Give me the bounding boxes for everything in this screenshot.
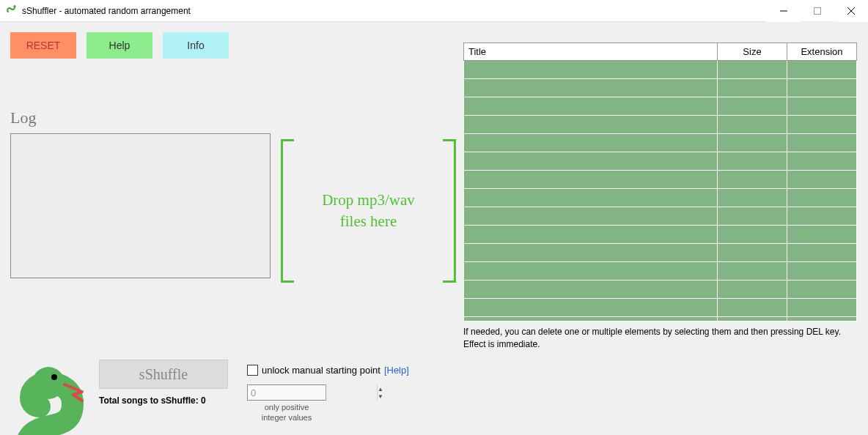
table-header-title[interactable]: Title: [464, 43, 718, 61]
songs-table[interactable]: Title Size Extension: [463, 42, 857, 321]
dropzone-text-line2: files here: [340, 212, 397, 230]
window-title: sShuffler - automated random arrangement: [22, 6, 191, 16]
table-row[interactable]: [464, 61, 857, 79]
table-row[interactable]: [464, 189, 857, 207]
starting-point-help-link[interactable]: [Help]: [384, 365, 409, 376]
stepper-hint: only positive integer values: [247, 402, 326, 423]
table-note: If needed, you can delete one or multipl…: [463, 326, 857, 351]
table-row[interactable]: [464, 280, 857, 299]
table-row[interactable]: [464, 262, 857, 280]
log-output: [10, 133, 271, 278]
total-songs-label: Total songs to sShuffle: 0: [99, 395, 206, 406]
starting-point-stepper[interactable]: ▲ ▼: [247, 384, 326, 401]
window-minimize-button[interactable]: [767, 0, 801, 22]
reset-button[interactable]: RESET: [10, 32, 76, 59]
starting-point-input[interactable]: [248, 385, 377, 400]
svg-point-0: [13, 5, 15, 7]
help-button[interactable]: Help: [87, 32, 152, 59]
dropzone-text: Drop mp3/wav files here: [322, 190, 415, 233]
unlock-starting-point-checkbox[interactable]: [247, 365, 258, 376]
log-label: Log: [10, 108, 457, 127]
table-row[interactable]: [464, 317, 857, 321]
window-close-button[interactable]: [834, 0, 868, 22]
table-row[interactable]: [464, 207, 857, 226]
table-row[interactable]: [464, 152, 857, 171]
table-row[interactable]: [464, 97, 857, 116]
snake-logo-icon: [3, 360, 98, 435]
stepper-up-icon[interactable]: ▲: [378, 385, 383, 393]
table-row[interactable]: [464, 79, 857, 97]
table-row[interactable]: [464, 171, 857, 189]
table-row[interactable]: [464, 134, 857, 152]
table-header-extension[interactable]: Extension: [787, 43, 857, 61]
table-row[interactable]: [464, 299, 857, 317]
svg-point-6: [51, 374, 57, 380]
dropzone-bracket-left-icon: [281, 139, 294, 283]
dropzone-text-line1: Drop mp3/wav: [322, 191, 415, 209]
svg-point-5: [32, 367, 65, 399]
table-row[interactable]: [464, 116, 857, 134]
table-header-size[interactable]: Size: [718, 43, 787, 61]
unlock-starting-point-label: unlock manual starting point: [262, 365, 380, 376]
stepper-down-icon[interactable]: ▼: [378, 393, 383, 400]
window-titlebar: sShuffler - automated random arrangement: [0, 0, 868, 22]
stepper-hint-line2: integer values: [262, 413, 312, 422]
dropzone-bracket-right-icon: [443, 139, 456, 283]
info-button[interactable]: Info: [163, 32, 229, 59]
table-row[interactable]: [464, 244, 857, 262]
svg-rect-2: [814, 8, 821, 15]
app-icon: [6, 4, 18, 18]
shuffle-button[interactable]: sShuffle: [99, 360, 228, 389]
table-row[interactable]: [464, 226, 857, 244]
window-maximize-button[interactable]: [801, 0, 834, 22]
dropzone[interactable]: Drop mp3/wav files here: [281, 139, 456, 283]
stepper-hint-line1: only positive: [265, 403, 309, 412]
